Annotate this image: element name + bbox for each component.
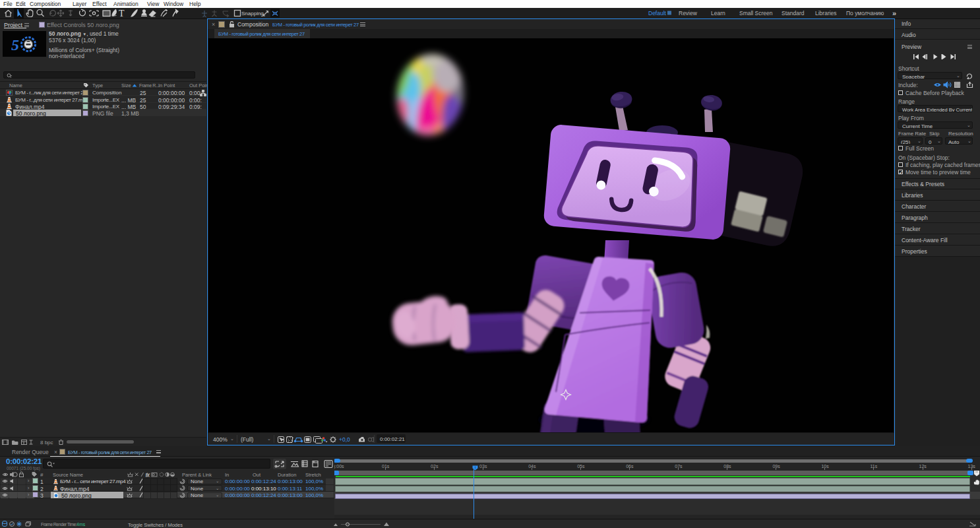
svg-text:Duration: Duration	[278, 472, 296, 478]
svg-text:Learn: Learn	[711, 10, 725, 16]
svg-text:+0,0: +0,0	[339, 436, 350, 443]
svg-text:Review: Review	[679, 10, 698, 16]
svg-text:Snapping: Snapping	[241, 11, 264, 16]
svg-text:»: »	[892, 9, 896, 17]
svg-text:По умолчанию: По умолчанию	[846, 10, 884, 16]
svg-text:Out: Out	[253, 472, 261, 478]
svg-text:Stretch: Stretch	[305, 472, 321, 478]
svg-text:Standard: Standard	[781, 10, 805, 16]
svg-text:Small Screen: Small Screen	[739, 10, 773, 16]
svg-text:#: #	[40, 472, 44, 478]
svg-text:Libraries: Libraries	[815, 10, 837, 16]
svg-text:8 bpc: 8 bpc	[40, 440, 53, 446]
svg-text:Parent & Link: Parent & Link	[182, 472, 212, 478]
svg-text:5: 5	[11, 36, 19, 53]
svg-text:T: T	[119, 9, 125, 18]
svg-text:Default: Default	[648, 10, 667, 16]
svg-text:Source Name: Source Name	[53, 472, 83, 478]
svg-text:fx: fx	[146, 473, 150, 477]
svg-text:In: In	[225, 472, 229, 478]
